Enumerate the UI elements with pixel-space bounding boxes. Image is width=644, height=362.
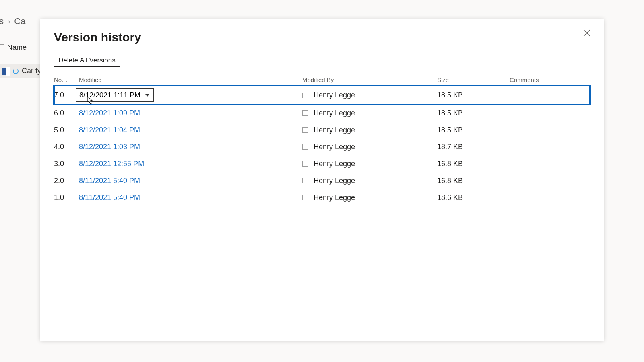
cell-modified: 8/12/2021 1:03 PM	[79, 143, 302, 151]
cell-modified-by: Henry Legge	[302, 91, 437, 99]
delete-all-versions-button[interactable]: Delete All Versions	[54, 54, 120, 67]
cell-version-number: 5.0	[54, 126, 79, 134]
cell-modified-by: Henry Legge	[302, 109, 437, 117]
close-button[interactable]	[581, 27, 592, 39]
modified-by-name[interactable]: Henry Legge	[314, 126, 355, 134]
table-body: 7.08/12/2021 1:11 PMHenry Legge18.5 KB6.…	[54, 86, 590, 206]
cell-modified-by: Henry Legge	[302, 193, 437, 202]
cell-modified: 8/12/2021 1:09 PM	[79, 109, 302, 117]
table-header: No. ↓ Modified Modified By Size Comments	[54, 73, 590, 86]
file-icon	[0, 44, 4, 51]
presence-icon	[302, 110, 308, 116]
breadcrumb: nts › Ca	[0, 16, 25, 27]
modified-link[interactable]: 8/12/2021 1:09 PM	[79, 109, 140, 117]
presence-icon	[302, 178, 308, 183]
cell-modified: 8/11/2021 5:40 PM	[79, 193, 302, 202]
chevron-down-icon	[145, 94, 149, 97]
cell-size: 18.6 KB	[437, 193, 510, 202]
sync-icon	[13, 68, 19, 74]
cell-size: 16.8 KB	[437, 160, 510, 168]
dialog-title: Version history	[54, 31, 590, 44]
modified-link[interactable]: 8/12/2021 1:04 PM	[79, 126, 140, 134]
column-header-comments[interactable]: Comments	[510, 76, 582, 83]
modified-link[interactable]: 8/11/2021 5:40 PM	[79, 193, 140, 202]
modified-by-name[interactable]: Henry Legge	[314, 143, 355, 151]
chevron-right-icon: ›	[8, 17, 10, 26]
modified-link[interactable]: 8/12/2021 1:03 PM	[79, 143, 140, 151]
column-header-modified[interactable]: Modified	[79, 76, 302, 83]
cell-version-number: 6.0	[54, 109, 79, 117]
modified-by-name[interactable]: Henry Legge	[314, 160, 355, 168]
cell-version-number: 4.0	[54, 143, 79, 151]
cell-modified-by: Henry Legge	[302, 143, 437, 151]
column-header-size[interactable]: Size	[437, 76, 510, 83]
cell-size: 18.5 KB	[437, 126, 510, 134]
presence-icon	[302, 127, 308, 133]
table-row[interactable]: 7.08/12/2021 1:11 PMHenry Legge18.5 KB	[54, 86, 590, 105]
cell-size: 18.7 KB	[437, 143, 510, 151]
column-header-modified-by[interactable]: Modified By	[302, 76, 437, 83]
cell-modified: 8/12/2021 12:55 PM	[79, 160, 302, 168]
presence-icon	[302, 161, 308, 167]
modified-by-name[interactable]: Henry Legge	[314, 91, 355, 99]
cell-version-number: 1.0	[54, 193, 79, 202]
presence-icon	[302, 195, 308, 200]
modified-by-name[interactable]: Henry Legge	[314, 177, 355, 185]
breadcrumb-part[interactable]: nts	[0, 16, 4, 27]
cell-size: 16.8 KB	[437, 177, 510, 185]
table-row[interactable]: 5.08/12/2021 1:04 PMHenry Legge18.5 KB	[54, 121, 590, 138]
cell-size: 18.5 KB	[437, 91, 510, 99]
cell-modified: 8/12/2021 1:11 PM	[79, 88, 302, 102]
table-row[interactable]: 1.08/11/2021 5:40 PMHenry Legge18.6 KB	[54, 189, 590, 206]
table-row[interactable]: 2.08/11/2021 5:40 PMHenry Legge16.8 KB	[54, 172, 590, 189]
cell-version-number: 7.0	[54, 91, 79, 99]
cell-modified-by: Henry Legge	[302, 126, 437, 134]
modified-by-name[interactable]: Henry Legge	[314, 109, 355, 117]
close-icon	[583, 29, 590, 37]
cell-modified: 8/12/2021 1:04 PM	[79, 126, 302, 134]
table-row[interactable]: 4.08/12/2021 1:03 PMHenry Legge18.7 KB	[54, 138, 590, 155]
breadcrumb-part[interactable]: Ca	[14, 16, 25, 27]
cell-version-number: 2.0	[54, 177, 79, 185]
modified-link[interactable]: 8/11/2021 5:40 PM	[79, 177, 140, 185]
modified-link[interactable]: 8/12/2021 12:55 PM	[79, 160, 144, 168]
table-row[interactable]: 6.08/12/2021 1:09 PMHenry Legge18.5 KB	[54, 105, 590, 121]
presence-icon	[302, 144, 308, 150]
cell-modified-by: Henry Legge	[302, 160, 437, 168]
version-history-dialog: Version history Delete All Versions No. …	[40, 19, 604, 341]
sort-descending-icon: ↓	[65, 77, 68, 83]
cell-version-number: 3.0	[54, 160, 79, 168]
column-header-label: No.	[54, 76, 63, 83]
table-row[interactable]: 3.08/12/2021 12:55 PMHenry Legge16.8 KB	[54, 155, 590, 172]
word-document-icon	[2, 68, 10, 75]
cell-modified-by: Henry Legge	[302, 177, 437, 185]
column-header-label: Name	[7, 43, 27, 52]
version-dropdown[interactable]: 8/12/2021 1:11 PM	[76, 88, 154, 102]
modified-link[interactable]: 8/12/2021 1:11 PM	[79, 91, 140, 99]
cell-modified: 8/11/2021 5:40 PM	[79, 177, 302, 185]
cell-size: 18.5 KB	[437, 109, 510, 117]
modified-by-name[interactable]: Henry Legge	[314, 193, 355, 202]
column-header-no[interactable]: No. ↓	[54, 76, 79, 83]
presence-icon	[302, 93, 308, 98]
